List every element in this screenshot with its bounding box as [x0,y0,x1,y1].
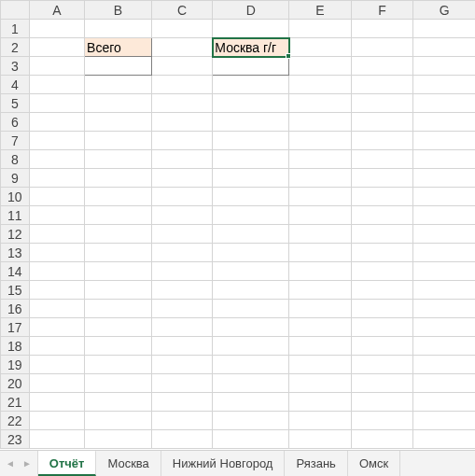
cell[interactable] [289,113,352,132]
cell[interactable] [289,356,352,374]
cell[interactable] [213,76,289,94]
row-header[interactable]: 7 [1,132,30,150]
cell[interactable] [151,188,213,206]
row-header[interactable]: 23 [1,430,30,449]
cell[interactable] [289,374,352,393]
cell[interactable] [29,318,84,337]
cell[interactable] [413,20,475,38]
cell[interactable] [85,356,152,374]
worksheet-grid[interactable]: A B C D E F G 1 2 Всего Москва г/г 3 [0,0,475,450]
row-header[interactable]: 6 [1,113,30,132]
cell[interactable] [151,244,213,262]
cell[interactable] [85,337,152,356]
cell[interactable] [413,150,475,169]
cell[interactable] [151,20,213,38]
cell[interactable] [151,150,213,169]
cell-F3[interactable] [351,57,413,76]
cell[interactable] [213,150,289,169]
cell[interactable] [29,393,84,412]
cell[interactable] [289,244,352,262]
col-header-B[interactable]: B [85,1,152,20]
col-header-F[interactable]: F [351,1,413,20]
row-header[interactable]: 19 [1,356,30,374]
cell[interactable] [351,337,413,356]
cell[interactable] [289,169,352,188]
cell[interactable] [289,94,352,113]
cell[interactable] [85,76,152,94]
cell[interactable] [289,430,352,449]
cell[interactable] [351,281,413,300]
cell[interactable] [351,412,413,430]
cell[interactable] [213,94,289,113]
cell[interactable] [351,262,413,281]
cell[interactable] [85,374,152,393]
cell[interactable] [29,188,84,206]
cell[interactable] [151,374,213,393]
row-header[interactable]: 18 [1,337,30,356]
cell[interactable] [213,356,289,374]
cell[interactable] [151,262,213,281]
cell[interactable] [413,169,475,188]
cell[interactable] [29,150,84,169]
cell[interactable] [351,132,413,150]
cell[interactable] [151,206,213,225]
cell[interactable] [289,318,352,337]
cell[interactable] [413,318,475,337]
cell[interactable] [29,262,84,281]
cell[interactable] [289,132,352,150]
cell[interactable] [213,244,289,262]
cell[interactable] [85,20,152,38]
cell[interactable] [151,318,213,337]
cell[interactable] [213,300,289,318]
cell[interactable] [351,300,413,318]
cell[interactable] [351,188,413,206]
sheet-tab-moscow[interactable]: Москва [96,451,161,476]
cell[interactable] [85,412,152,430]
cell-C3[interactable] [151,57,213,76]
cell[interactable] [213,318,289,337]
cell[interactable] [151,132,213,150]
cell[interactable] [289,393,352,412]
row-header[interactable]: 13 [1,244,30,262]
cell[interactable] [85,169,152,188]
cell-D3[interactable] [213,57,289,76]
row-header[interactable]: 12 [1,225,30,244]
cell[interactable] [289,225,352,244]
cell[interactable] [85,318,152,337]
row-header[interactable]: 5 [1,94,30,113]
cell[interactable] [351,20,413,38]
cell-B2[interactable]: Всего [85,38,152,57]
cell-G2[interactable] [413,38,475,57]
row-header[interactable]: 4 [1,76,30,94]
row-header[interactable]: 2 [1,38,30,57]
row-header[interactable]: 1 [1,20,30,38]
cell[interactable] [351,169,413,188]
cell[interactable] [289,206,352,225]
cell[interactable] [289,76,352,94]
cell[interactable] [351,393,413,412]
cell[interactable] [151,169,213,188]
cell[interactable] [213,393,289,412]
cell[interactable] [213,430,289,449]
cell[interactable] [151,113,213,132]
cell[interactable] [289,412,352,430]
cell-E3[interactable] [289,57,352,76]
row-header[interactable]: 15 [1,281,30,300]
cell-A2[interactable] [29,38,84,57]
cell-E2[interactable] [289,38,352,57]
cell[interactable] [413,225,475,244]
cell[interactable] [351,374,413,393]
cell[interactable] [151,281,213,300]
cell[interactable] [289,300,352,318]
cell[interactable] [413,94,475,113]
cell[interactable] [85,150,152,169]
cell[interactable] [85,206,152,225]
cell[interactable] [85,132,152,150]
cell[interactable] [29,412,84,430]
cell[interactable] [413,132,475,150]
cell[interactable] [151,430,213,449]
cell-D2[interactable]: Москва г/г [213,38,289,57]
cell[interactable] [413,393,475,412]
cell[interactable] [151,76,213,94]
cell[interactable] [29,20,84,38]
